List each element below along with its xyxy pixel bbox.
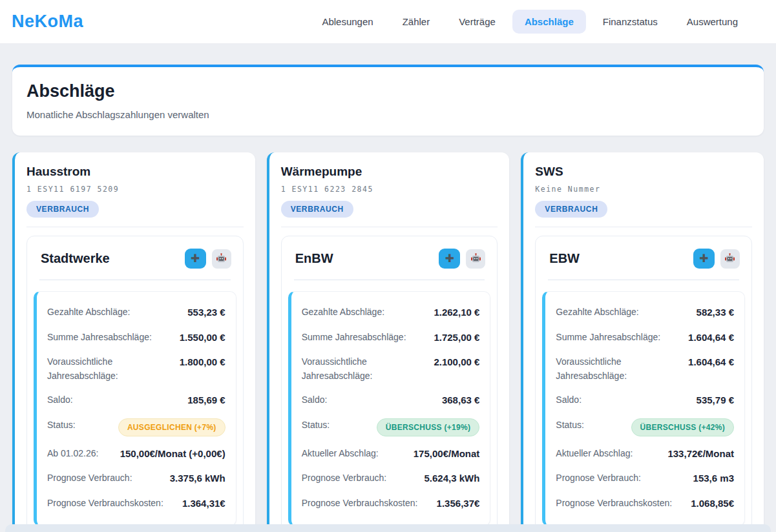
stat-value: 1.725,00 € — [434, 331, 479, 345]
top-navigation-bar: NeKoMa Ablesungen Zähler Verträge Abschl… — [0, 0, 776, 44]
divider — [535, 227, 752, 227]
page-title: Abschläge — [26, 81, 750, 101]
stat-row: Summe Jahresabschläge: 1.725,00 € — [302, 325, 480, 351]
auto-calculate-button[interactable] — [466, 249, 485, 269]
main-nav: Ablesungen Zähler Verträge Abschläge Fin… — [309, 10, 750, 34]
stat-label: Aktueller Abschlag: — [556, 447, 633, 461]
stat-value: 1.356,37€ — [437, 496, 480, 511]
nav-item-auswertung[interactable]: Auswertung — [675, 10, 750, 34]
stat-label: Prognose Verbrauch: — [302, 471, 387, 486]
stat-value: 368,63 € — [442, 393, 479, 408]
stat-value: 553,23 € — [187, 305, 225, 320]
plus-icon: ✚ — [699, 253, 708, 264]
stat-row: Summe Jahresabschläge: 1.550,00 € — [47, 325, 225, 351]
stat-value: 185,69 € — [187, 393, 225, 408]
provider-card: EnBW ✚ — [281, 236, 498, 532]
stat-value: 150,00€/Monat (+0,00€) — [120, 447, 225, 462]
stat-value: 1.604,64 € — [688, 331, 734, 345]
add-abschlag-button[interactable]: ✚ — [439, 249, 460, 269]
plus-icon: ✚ — [191, 253, 200, 264]
stat-row: Summe Jahresabschläge: 1.604,64 € — [556, 325, 734, 351]
stat-label: Prognose Verbrauch: — [556, 471, 641, 486]
stat-label: Gezahlte Abschläge: — [556, 305, 638, 320]
contract-card-hausstrom: Hausstrom 1 ESY11 6197 5209 VERBRAUCH St… — [12, 152, 255, 532]
contract-title: SWS — [535, 165, 752, 179]
stats-box: Gezahlte Abschläge: 1.262,10 € Summe Jah… — [288, 291, 491, 526]
status-row: Status: AUSGEGLICHEN (+7%) — [47, 413, 225, 442]
stat-value: 153,6 m3 — [693, 471, 734, 486]
contract-title: Hausstrom — [26, 165, 244, 179]
stat-label: Saldo: — [556, 393, 582, 407]
stat-row: Prognose Verbrauchskosten: 1.068,85€ — [556, 491, 734, 517]
stat-label: Status: — [47, 418, 76, 433]
stat-value: 3.375,6 kWh — [170, 471, 225, 486]
app-logo[interactable]: NeKoMa — [12, 12, 83, 32]
stat-row: Voraussichtliche Jahresabschläge: 2.100,… — [302, 350, 480, 388]
robot-icon — [470, 253, 481, 264]
stat-label: Prognose Verbrauchskosten: — [556, 496, 672, 511]
plus-icon: ✚ — [445, 253, 454, 264]
stat-label: Saldo: — [302, 393, 328, 407]
stat-label: Gezahlte Abschläge: — [47, 305, 130, 320]
status-badge: AUSGEGLICHEN (+7%) — [118, 418, 225, 436]
nav-item-ablesungen[interactable]: Ablesungen — [309, 10, 385, 34]
stat-value: 2.100,00 € — [434, 355, 479, 370]
status-row: Status: ÜBERSCHUSS (+42%) — [556, 413, 734, 442]
stat-value: 1.604,64 € — [688, 355, 734, 370]
stat-row: Voraussichtliche Jahresabschläge: 1.800,… — [47, 350, 225, 388]
stat-label: Summe Jahresabschläge: — [302, 331, 406, 345]
meter-number: 1 ESY11 6223 2845 — [281, 185, 498, 194]
divider — [39, 280, 231, 280]
stat-row: Gezahlte Abschläge: 582,33 € — [556, 300, 734, 325]
page-header-card: Abschläge Monatliche Abschlagszahlungen … — [12, 65, 764, 136]
divider — [294, 280, 485, 280]
stat-label: Voraussichtliche Jahresabschläge: — [47, 355, 138, 383]
stat-row: Aktueller Abschlag: 175,00€/Monat — [302, 442, 480, 467]
stat-value: 535,79 € — [697, 393, 734, 408]
stat-label: Status: — [302, 418, 330, 433]
stat-value: 1.068,85€ — [691, 496, 734, 511]
divider — [281, 227, 498, 227]
stat-row: Gezahlte Abschläge: 553,23 € — [47, 300, 225, 325]
contract-title: Wärmepumpe — [281, 165, 498, 179]
stats-box: Gezahlte Abschläge: 582,33 € Summe Jahre… — [542, 291, 745, 526]
stat-value: 133,72€/Monat — [667, 447, 734, 462]
stat-value: 1.550,00 € — [180, 331, 225, 345]
next-section-edge — [5, 524, 771, 532]
stats-box: Gezahlte Abschläge: 553,23 € Summe Jahre… — [34, 291, 236, 526]
stat-value: 1.800,00 € — [180, 355, 225, 370]
consumption-badge: VERBRAUCH — [281, 201, 353, 218]
auto-calculate-button[interactable] — [212, 249, 231, 269]
stat-row: Prognose Verbrauchskosten: 1.356,37€ — [302, 491, 480, 517]
divider — [26, 227, 244, 227]
stat-row: Voraussichtliche Jahresabschläge: 1.604,… — [556, 350, 734, 388]
robot-icon — [216, 253, 227, 264]
nav-item-zaehler[interactable]: Zähler — [390, 10, 443, 34]
stat-label: Voraussichtliche Jahresabschläge: — [302, 355, 392, 383]
nav-item-finanzstatus[interactable]: Finanzstatus — [591, 10, 670, 34]
stat-row: Saldo: 368,63 € — [302, 388, 480, 413]
stat-label: Prognose Verbrauchskosten: — [47, 496, 163, 511]
provider-name: EnBW — [295, 251, 333, 266]
add-abschlag-button[interactable]: ✚ — [693, 249, 715, 269]
stat-label: Prognose Verbrauch: — [47, 471, 132, 486]
provider-card: EBW ✚ — [535, 236, 752, 532]
add-abschlag-button[interactable]: ✚ — [185, 249, 206, 269]
provider-name: Stadtwerke — [41, 251, 110, 266]
nav-item-abschlaege[interactable]: Abschläge — [512, 10, 586, 34]
contract-card-waermepumpe: Wärmepumpe 1 ESY11 6223 2845 VERBRAUCH E… — [267, 152, 510, 532]
stat-row: Prognose Verbrauchskosten: 1.364,31€ — [47, 491, 225, 517]
page-subtitle: Monatliche Abschlagszahlungen verwalten — [26, 109, 750, 120]
stat-row: Ab 01.02.26: 150,00€/Monat (+0,00€) — [47, 442, 225, 467]
stat-row: Aktueller Abschlag: 133,72€/Monat — [556, 442, 734, 467]
stat-row: Saldo: 535,79 € — [556, 388, 734, 413]
stat-label: Aktueller Abschlag: — [302, 447, 379, 461]
stat-label: Voraussichtliche Jahresabschläge: — [556, 355, 646, 383]
nav-item-vertraege[interactable]: Verträge — [446, 10, 508, 34]
status-row: Status: ÜBERSCHUSS (+19%) — [302, 413, 480, 442]
robot-icon — [724, 253, 735, 264]
stat-label: Gezahlte Abschläge: — [302, 305, 384, 320]
stat-row: Saldo: 185,69 € — [47, 388, 225, 413]
auto-calculate-button[interactable] — [720, 249, 740, 269]
stat-row: Prognose Verbrauch: 153,6 m3 — [556, 466, 734, 491]
